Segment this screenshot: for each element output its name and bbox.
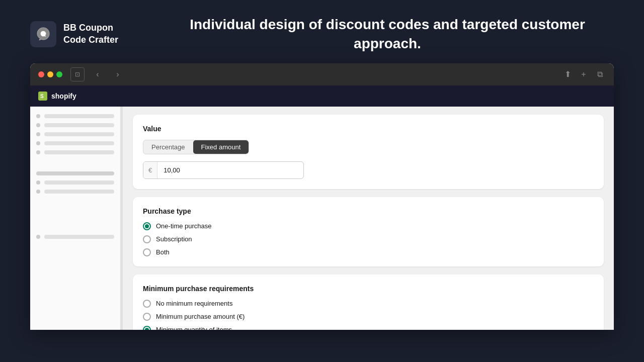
shopify-navbar: S shopify bbox=[30, 85, 614, 107]
logo-text: BB Coupon Code Crafter bbox=[63, 22, 118, 46]
radio-inner-min-quantity bbox=[145, 328, 149, 330]
radio-label-no-minimum: No minimum requirements bbox=[156, 300, 232, 307]
sidebar-item-label bbox=[44, 114, 114, 118]
sidebar-section-label-text bbox=[36, 171, 114, 175]
radio-item-both[interactable]: Both bbox=[143, 248, 594, 256]
traffic-lights bbox=[38, 71, 62, 77]
radio-item-subscription[interactable]: Subscription bbox=[143, 235, 594, 243]
sidebar-dot bbox=[36, 114, 40, 118]
sidebar-item-label bbox=[44, 180, 114, 185]
radio-item-min-amount[interactable]: Minimum purchase amount (€) bbox=[143, 313, 594, 321]
percentage-toggle-btn[interactable]: Percentage bbox=[143, 140, 193, 154]
radio-circle-min-amount bbox=[143, 313, 151, 321]
sidebar-dot bbox=[36, 123, 40, 127]
sidebar-item-pos[interactable] bbox=[30, 187, 120, 196]
radio-circle-min-quantity bbox=[143, 326, 151, 330]
value-card-title: Value bbox=[143, 125, 594, 133]
sidebar-item-label bbox=[44, 150, 114, 154]
traffic-light-yellow[interactable] bbox=[47, 71, 53, 77]
radio-circle-no-minimum bbox=[143, 300, 151, 308]
sidebar-section-3 bbox=[30, 232, 120, 241]
radio-item-one-time[interactable]: One-time purchase bbox=[143, 222, 594, 230]
currency-prefix: € bbox=[143, 162, 157, 178]
logo-section: BB Coupon Code Crafter bbox=[30, 21, 131, 47]
sidebar-item-discounts[interactable] bbox=[30, 148, 120, 157]
minimum-purchase-radio-group: No minimum requirements Minimum purchase… bbox=[143, 300, 594, 330]
sidebar-dot bbox=[36, 180, 40, 185]
value-input[interactable] bbox=[157, 162, 303, 178]
browser-right-buttons: ⬆ + ⧉ bbox=[561, 68, 606, 80]
sidebar-dot bbox=[36, 150, 40, 154]
purchase-type-title: Purchase type bbox=[143, 207, 594, 215]
logo-svg bbox=[35, 26, 52, 43]
sidebar-item-settings[interactable] bbox=[30, 232, 120, 241]
radio-label-min-amount: Minimum purchase amount (€) bbox=[156, 313, 245, 320]
browser-back-btn[interactable]: ‹ bbox=[91, 67, 105, 81]
sidebar-item-analytics[interactable] bbox=[30, 130, 120, 139]
radio-label-one-time: One-time purchase bbox=[156, 222, 212, 230]
radio-circle-one-time bbox=[143, 222, 151, 230]
sidebar-item-label bbox=[44, 190, 114, 194]
browser-square-btn[interactable]: ⊡ bbox=[70, 67, 85, 81]
svg-text:S: S bbox=[40, 94, 44, 99]
tagline: Individual design of discount codes and … bbox=[161, 15, 614, 53]
browser-share-btn[interactable]: ⬆ bbox=[561, 68, 574, 80]
content-panel: Value Percentage Fixed amount € Purchase… bbox=[123, 107, 614, 330]
radio-item-min-quantity[interactable]: Minimum quantity of items bbox=[143, 326, 594, 330]
sidebar-dot bbox=[36, 132, 40, 136]
value-toggle-group: Percentage Fixed amount bbox=[143, 140, 249, 154]
shopify-logo-icon: S bbox=[38, 92, 47, 101]
sidebar-item-label bbox=[44, 141, 114, 145]
value-card: Value Percentage Fixed amount € bbox=[133, 115, 604, 189]
browser-chrome: ⊡ ‹ › ⬆ + ⧉ bbox=[30, 63, 614, 85]
radio-label-subscription: Subscription bbox=[156, 235, 192, 243]
sidebar-dot bbox=[36, 190, 40, 194]
sidebar bbox=[30, 107, 121, 330]
shopify-text: shopify bbox=[51, 92, 76, 100]
sidebar-item-marketing[interactable] bbox=[30, 139, 120, 148]
traffic-light-red[interactable] bbox=[38, 71, 44, 77]
top-header: BB Coupon Code Crafter Individual design… bbox=[0, 0, 644, 63]
value-input-group: € bbox=[143, 161, 304, 179]
logo-icon bbox=[30, 21, 56, 47]
browser-copy-btn[interactable]: ⧉ bbox=[594, 68, 606, 80]
radio-circle-subscription bbox=[143, 235, 151, 243]
radio-inner-one-time bbox=[145, 224, 149, 228]
purchase-type-card: Purchase type One-time purchase Subscrip… bbox=[133, 197, 604, 266]
sidebar-dot bbox=[36, 235, 40, 239]
sidebar-section-label bbox=[30, 169, 120, 178]
sidebar-item-label bbox=[44, 235, 114, 239]
sidebar-item-orders[interactable] bbox=[30, 121, 120, 130]
shopify-logo: S shopify bbox=[38, 92, 76, 101]
radio-label-both: Both bbox=[156, 248, 170, 256]
radio-item-no-minimum[interactable]: No minimum requirements bbox=[143, 300, 594, 308]
traffic-light-green[interactable] bbox=[56, 71, 62, 77]
sidebar-section-1 bbox=[30, 112, 120, 157]
radio-label-min-quantity: Minimum quantity of items bbox=[156, 326, 232, 330]
radio-circle-both bbox=[143, 248, 151, 256]
sidebar-dot bbox=[36, 141, 40, 145]
browser-window: ⊡ ‹ › ⬆ + ⧉ S shopify bbox=[30, 63, 614, 330]
main-content: Value Percentage Fixed amount € Purchase… bbox=[30, 107, 614, 330]
sidebar-section-2 bbox=[30, 169, 120, 196]
sidebar-item-label bbox=[44, 123, 114, 127]
minimum-purchase-card: Minimum purchase requirements No minimum… bbox=[133, 275, 604, 330]
purchase-type-radio-group: One-time purchase Subscription Both bbox=[143, 222, 594, 256]
fixed-amount-toggle-btn[interactable]: Fixed amount bbox=[193, 140, 249, 154]
browser-forward-btn[interactable]: › bbox=[111, 67, 125, 81]
minimum-purchase-title: Minimum purchase requirements bbox=[143, 285, 594, 293]
sidebar-item-online-store[interactable] bbox=[30, 178, 120, 187]
sidebar-item-customer[interactable] bbox=[30, 112, 120, 121]
sidebar-item-label bbox=[44, 132, 114, 136]
browser-new-tab-btn[interactable]: + bbox=[578, 68, 590, 80]
